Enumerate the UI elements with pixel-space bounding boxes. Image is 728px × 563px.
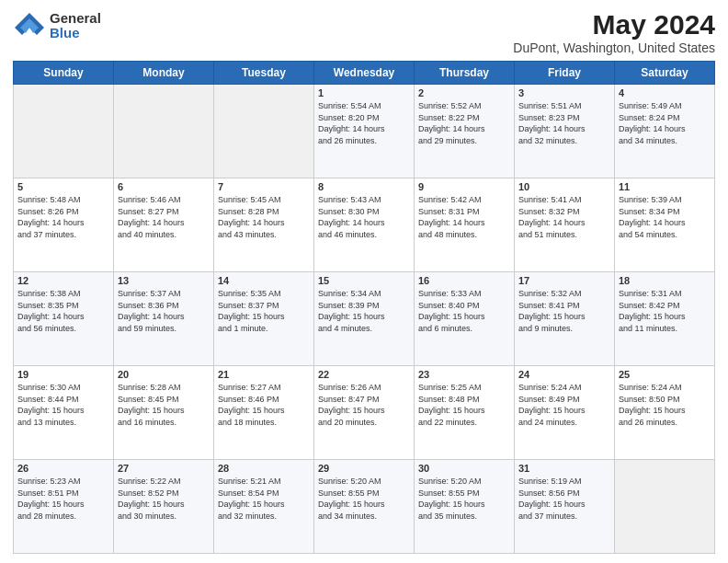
day-info: Sunrise: 5:45 AM Sunset: 8:28 PM Dayligh… [218,194,310,240]
day-number: 11 [619,181,711,192]
calendar-header: SundayMondayTuesdayWednesdayThursdayFrid… [14,62,715,85]
week-row-4: 19Sunrise: 5:30 AM Sunset: 8:44 PM Dayli… [14,366,715,460]
day-number: 6 [118,181,210,192]
day-of-week-monday: Monday [114,62,214,85]
day-number: 19 [17,369,109,380]
day-number: 14 [218,275,310,286]
calendar-cell: 30Sunrise: 5:20 AM Sunset: 8:55 PM Dayli… [415,460,515,554]
day-info: Sunrise: 5:38 AM Sunset: 8:35 PM Dayligh… [17,288,109,334]
day-info: Sunrise: 5:19 AM Sunset: 8:56 PM Dayligh… [518,476,610,522]
day-number: 23 [418,369,510,380]
logo-blue-text: Blue [50,26,101,41]
calendar-cell: 8Sunrise: 5:43 AM Sunset: 8:30 PM Daylig… [314,178,415,272]
calendar-body: 1Sunrise: 5:54 AM Sunset: 8:20 PM Daylig… [14,85,715,554]
day-number: 9 [418,181,510,192]
calendar-cell: 3Sunrise: 5:51 AM Sunset: 8:23 PM Daylig… [515,85,615,178]
day-info: Sunrise: 5:23 AM Sunset: 8:51 PM Dayligh… [17,476,109,522]
day-number: 4 [619,87,711,98]
day-number: 3 [518,87,610,98]
calendar-cell: 15Sunrise: 5:34 AM Sunset: 8:39 PM Dayli… [314,272,415,366]
calendar-cell: 27Sunrise: 5:22 AM Sunset: 8:52 PM Dayli… [114,460,214,554]
day-number: 8 [318,181,410,192]
day-info: Sunrise: 5:22 AM Sunset: 8:52 PM Dayligh… [118,476,210,522]
day-info: Sunrise: 5:49 AM Sunset: 8:24 PM Dayligh… [619,100,711,146]
day-info: Sunrise: 5:35 AM Sunset: 8:37 PM Dayligh… [218,288,310,334]
main-title: May 2024 [513,9,715,40]
day-info: Sunrise: 5:34 AM Sunset: 8:39 PM Dayligh… [318,288,410,334]
day-info: Sunrise: 5:52 AM Sunset: 8:22 PM Dayligh… [418,100,510,146]
calendar-cell: 26Sunrise: 5:23 AM Sunset: 8:51 PM Dayli… [14,460,114,554]
calendar-cell: 28Sunrise: 5:21 AM Sunset: 8:54 PM Dayli… [214,460,314,554]
calendar: SundayMondayTuesdayWednesdayThursdayFrid… [13,61,715,554]
day-number: 27 [118,463,210,474]
calendar-cell: 6Sunrise: 5:46 AM Sunset: 8:27 PM Daylig… [114,178,214,272]
day-info: Sunrise: 5:26 AM Sunset: 8:47 PM Dayligh… [318,382,410,428]
calendar-cell: 22Sunrise: 5:26 AM Sunset: 8:47 PM Dayli… [314,366,415,460]
calendar-cell: 1Sunrise: 5:54 AM Sunset: 8:20 PM Daylig… [314,85,415,178]
day-of-week-wednesday: Wednesday [314,62,415,85]
day-number: 20 [118,369,210,380]
day-number: 26 [17,463,109,474]
calendar-cell: 13Sunrise: 5:37 AM Sunset: 8:36 PM Dayli… [114,272,214,366]
day-info: Sunrise: 5:43 AM Sunset: 8:30 PM Dayligh… [318,194,410,240]
day-info: Sunrise: 5:31 AM Sunset: 8:42 PM Dayligh… [619,288,711,334]
calendar-cell: 31Sunrise: 5:19 AM Sunset: 8:56 PM Dayli… [515,460,615,554]
calendar-cell: 9Sunrise: 5:42 AM Sunset: 8:31 PM Daylig… [415,178,515,272]
day-number: 7 [218,181,310,192]
week-row-2: 5Sunrise: 5:48 AM Sunset: 8:26 PM Daylig… [14,178,715,272]
day-info: Sunrise: 5:48 AM Sunset: 8:26 PM Dayligh… [17,194,109,240]
day-info: Sunrise: 5:46 AM Sunset: 8:27 PM Dayligh… [118,194,210,240]
day-number: 13 [118,275,210,286]
header: General Blue May 2024 DuPont, Washington… [13,9,715,55]
calendar-cell: 25Sunrise: 5:24 AM Sunset: 8:50 PM Dayli… [615,366,715,460]
day-of-week-friday: Friday [515,62,615,85]
day-number: 18 [619,275,711,286]
day-number: 22 [318,369,410,380]
day-info: Sunrise: 5:54 AM Sunset: 8:20 PM Dayligh… [318,100,410,146]
day-info: Sunrise: 5:21 AM Sunset: 8:54 PM Dayligh… [218,476,310,522]
page: General Blue May 2024 DuPont, Washington… [0,0,728,563]
day-info: Sunrise: 5:51 AM Sunset: 8:23 PM Dayligh… [518,100,610,146]
calendar-cell [214,85,314,178]
days-of-week-row: SundayMondayTuesdayWednesdayThursdayFrid… [14,62,715,85]
day-of-week-tuesday: Tuesday [214,62,314,85]
day-number: 17 [518,275,610,286]
calendar-cell: 5Sunrise: 5:48 AM Sunset: 8:26 PM Daylig… [14,178,114,272]
day-number: 31 [518,463,610,474]
day-number: 29 [318,463,410,474]
day-of-week-sunday: Sunday [14,62,114,85]
calendar-cell: 24Sunrise: 5:24 AM Sunset: 8:49 PM Dayli… [515,366,615,460]
day-info: Sunrise: 5:24 AM Sunset: 8:49 PM Dayligh… [518,382,610,428]
day-info: Sunrise: 5:30 AM Sunset: 8:44 PM Dayligh… [17,382,109,428]
day-info: Sunrise: 5:42 AM Sunset: 8:31 PM Dayligh… [418,194,510,240]
day-number: 1 [318,87,410,98]
calendar-cell: 4Sunrise: 5:49 AM Sunset: 8:24 PM Daylig… [615,85,715,178]
day-number: 15 [318,275,410,286]
week-row-3: 12Sunrise: 5:38 AM Sunset: 8:35 PM Dayli… [14,272,715,366]
calendar-cell [615,460,715,554]
calendar-cell: 7Sunrise: 5:45 AM Sunset: 8:28 PM Daylig… [214,178,314,272]
day-number: 28 [218,463,310,474]
day-info: Sunrise: 5:33 AM Sunset: 8:40 PM Dayligh… [418,288,510,334]
title-block: May 2024 DuPont, Washington, United Stat… [513,9,715,55]
calendar-cell: 18Sunrise: 5:31 AM Sunset: 8:42 PM Dayli… [615,272,715,366]
day-number: 25 [619,369,711,380]
day-number: 10 [518,181,610,192]
day-number: 21 [218,369,310,380]
day-number: 24 [518,369,610,380]
day-number: 5 [17,181,109,192]
day-info: Sunrise: 5:27 AM Sunset: 8:46 PM Dayligh… [218,382,310,428]
logo-general-text: General [50,11,101,27]
day-info: Sunrise: 5:39 AM Sunset: 8:34 PM Dayligh… [619,194,711,240]
day-info: Sunrise: 5:37 AM Sunset: 8:36 PM Dayligh… [118,288,210,334]
week-row-5: 26Sunrise: 5:23 AM Sunset: 8:51 PM Dayli… [14,460,715,554]
day-number: 30 [418,463,510,474]
day-info: Sunrise: 5:20 AM Sunset: 8:55 PM Dayligh… [418,476,510,522]
calendar-cell: 12Sunrise: 5:38 AM Sunset: 8:35 PM Dayli… [14,272,114,366]
subtitle: DuPont, Washington, United States [513,40,715,55]
day-of-week-thursday: Thursday [415,62,515,85]
calendar-cell: 29Sunrise: 5:20 AM Sunset: 8:55 PM Dayli… [314,460,415,554]
day-info: Sunrise: 5:32 AM Sunset: 8:41 PM Dayligh… [518,288,610,334]
calendar-cell: 14Sunrise: 5:35 AM Sunset: 8:37 PM Dayli… [214,272,314,366]
logo-text: General Blue [50,11,101,41]
